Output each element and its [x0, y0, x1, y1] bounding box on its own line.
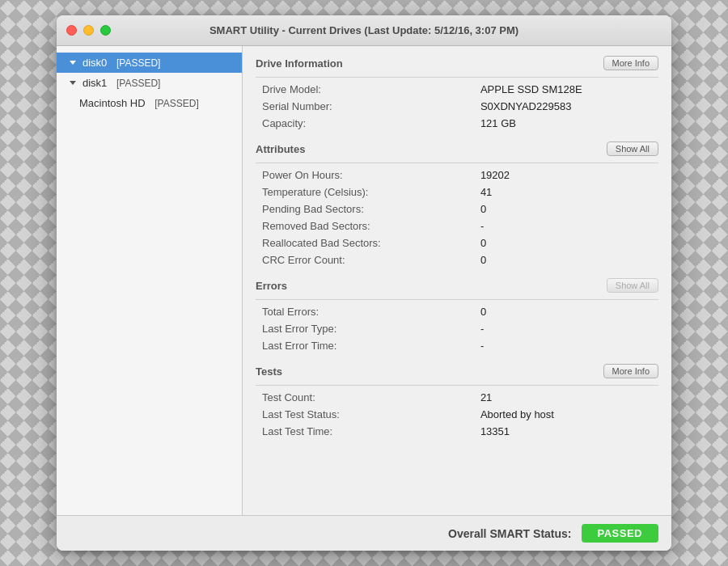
drive-status: [PASSED] — [116, 78, 160, 89]
field-value: - — [477, 320, 658, 337]
errors-table: Total Errors: 0 Last Error Type: - Last … — [256, 303, 658, 354]
maximize-button[interactable] — [100, 25, 111, 36]
drive-status: [PASSED] — [154, 98, 198, 109]
table-row: Last Error Type: - — [256, 320, 658, 337]
drive-label: Macintosh HD — [79, 97, 146, 109]
attributes-table: Power On Hours: 19202 Temperature (Celsi… — [256, 167, 658, 268]
overall-status-bar: Overall SMART Status: PASSED — [57, 515, 671, 551]
drive-information-section: Drive Information More Info Drive Model:… — [256, 56, 658, 132]
tests-table: Test Count: 21 Last Test Status: Aborted… — [256, 389, 658, 440]
field-value: 19202 — [477, 167, 658, 184]
drive-list: disk0 [PASSED] disk1 [PASSED] Macintosh … — [57, 46, 243, 515]
field-value: - — [477, 337, 658, 354]
table-row: Temperature (Celsius): 41 — [256, 184, 658, 201]
field-label: Last Test Status: — [256, 406, 477, 423]
errors-title: Errors — [256, 280, 287, 292]
field-label: Power On Hours: — [256, 167, 477, 184]
titlebar: SMART Utility - Current Drives (Last Upd… — [57, 15, 671, 46]
errors-header: Errors Show All — [256, 278, 658, 293]
drive-label: disk1 — [83, 77, 107, 89]
table-row: Capacity: 121 GB — [256, 115, 658, 132]
show-all-attributes-button[interactable]: Show All — [607, 142, 658, 156]
field-label: Last Error Time: — [256, 337, 477, 354]
drive-information-title: Drive Information — [256, 57, 343, 70]
table-row: CRC Error Count: 0 — [256, 251, 658, 268]
tests-header: Tests More Info — [256, 364, 658, 378]
table-row: Last Test Status: Aborted by host — [256, 406, 658, 423]
drive-label: disk0 — [83, 57, 107, 69]
field-value: 121 GB — [477, 115, 658, 132]
table-row: Pending Bad Sectors: 0 — [256, 201, 658, 218]
errors-section: Errors Show All Total Errors: 0 Last Err… — [256, 278, 658, 354]
field-value: 0 — [477, 234, 658, 251]
divider — [256, 163, 658, 163]
divider — [256, 77, 658, 78]
field-value: 21 — [477, 389, 658, 406]
table-row: Last Error Time: - — [256, 337, 658, 354]
more-info-tests-button[interactable]: More Info — [603, 364, 658, 378]
drive-item-disk1[interactable]: disk1 [PASSED] — [57, 73, 242, 93]
divider — [256, 299, 658, 300]
drive-item-disk0[interactable]: disk0 [PASSED] — [57, 53, 242, 73]
table-row: Removed Bad Sectors: - — [256, 218, 658, 234]
tests-section: Tests More Info Test Count: 21 Last Test… — [256, 364, 658, 440]
field-label: Removed Bad Sectors: — [256, 218, 477, 234]
show-all-errors-button[interactable]: Show All — [607, 278, 658, 293]
field-label: Total Errors: — [256, 303, 477, 320]
field-value: - — [477, 218, 658, 234]
drive-info-table: Drive Model: APPLE SSD SM128E Serial Num… — [256, 81, 658, 132]
window-title: SMART Utility - Current Drives (Last Upd… — [210, 24, 518, 36]
field-value: S0XDNYAD229583 — [477, 98, 658, 115]
field-label: Last Error Type: — [256, 320, 477, 337]
triangle-icon — [70, 61, 76, 65]
triangle-icon — [70, 81, 76, 85]
tests-title: Tests — [256, 365, 282, 378]
field-label: CRC Error Count: — [256, 251, 477, 268]
more-info-button[interactable]: More Info — [603, 56, 658, 70]
attributes-section: Attributes Show All Power On Hours: 1920… — [256, 142, 658, 268]
minimize-button[interactable] — [83, 25, 94, 36]
table-row: Total Errors: 0 — [256, 303, 658, 320]
field-value: 13351 — [477, 423, 658, 440]
table-row: Reallocated Bad Sectors: 0 — [256, 234, 658, 251]
field-label: Serial Number: — [256, 98, 477, 115]
field-value: 41 — [477, 184, 658, 201]
overall-status-label: Overall SMART Status: — [448, 527, 571, 540]
table-row: Drive Model: APPLE SSD SM128E — [256, 81, 658, 98]
drive-item-macintosh-hd[interactable]: Macintosh HD [PASSED] — [57, 93, 242, 113]
table-row: Test Count: 21 — [256, 389, 658, 406]
field-label: Capacity: — [256, 115, 477, 132]
table-row: Last Test Time: 13351 — [256, 423, 658, 440]
field-label: Drive Model: — [256, 81, 477, 98]
field-label: Last Test Time: — [256, 423, 477, 440]
field-value: APPLE SSD SM128E — [477, 81, 658, 98]
field-label: Reallocated Bad Sectors: — [256, 234, 477, 251]
main-content: disk0 [PASSED] disk1 [PASSED] Macintosh … — [57, 46, 671, 515]
app-window: SMART Utility - Current Drives (Last Upd… — [57, 15, 671, 551]
divider — [256, 385, 658, 386]
field-value: 0 — [477, 251, 658, 268]
field-value: Aborted by host — [477, 406, 658, 423]
drive-information-header: Drive Information More Info — [256, 56, 658, 70]
table-row: Serial Number: S0XDNYAD229583 — [256, 98, 658, 115]
attributes-title: Attributes — [256, 143, 305, 155]
table-row: Power On Hours: 19202 — [256, 167, 658, 184]
attributes-header: Attributes Show All — [256, 142, 658, 156]
field-label: Test Count: — [256, 389, 477, 406]
drive-info-panel: Drive Information More Info Drive Model:… — [243, 46, 671, 515]
field-label: Temperature (Celsius): — [256, 184, 477, 201]
field-value: 0 — [477, 303, 658, 320]
overall-status-badge: PASSED — [582, 524, 659, 543]
drive-status: [PASSED] — [116, 57, 160, 69]
close-button[interactable] — [66, 25, 77, 36]
field-label: Pending Bad Sectors: — [256, 201, 477, 218]
field-value: 0 — [477, 201, 658, 218]
window-controls — [66, 25, 111, 36]
